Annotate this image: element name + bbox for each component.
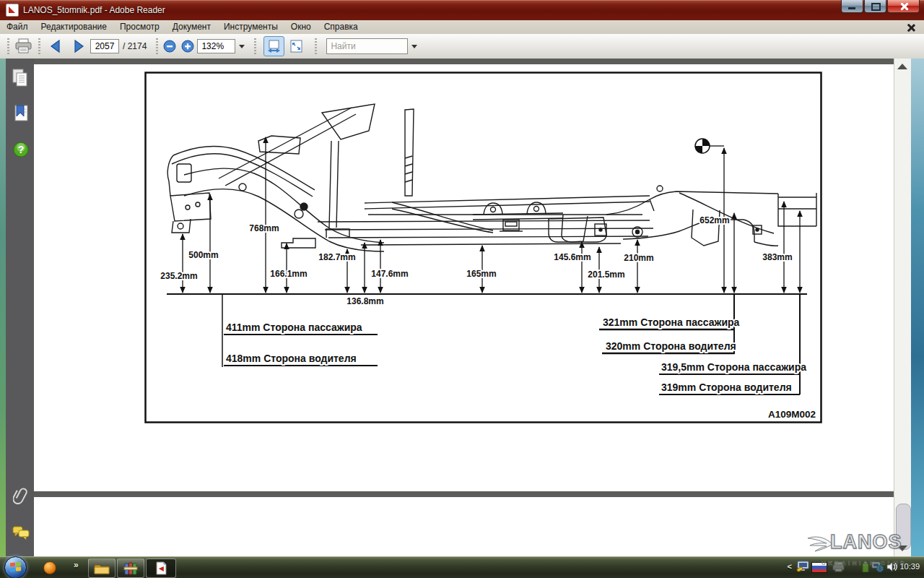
adobe-reader-icon xyxy=(155,561,167,575)
help-panel-icon[interactable]: ? xyxy=(12,141,30,158)
dim-label-145: 145.6mm xyxy=(554,252,590,262)
window-title: LANOS_5tomnik.pdf - Adobe Reader xyxy=(23,5,165,15)
dim-label-235: 235.2mm xyxy=(160,271,197,281)
tray-printer-icon[interactable] xyxy=(832,561,845,572)
note-driver-320: 320mm Сторона водителя xyxy=(606,340,736,352)
zoom-dropdown-icon[interactable] xyxy=(239,45,245,48)
figure-reference-code: A109M002 xyxy=(768,409,816,420)
bookmarks-panel-icon[interactable] xyxy=(12,105,30,122)
close-button[interactable] xyxy=(887,0,920,13)
menu-window[interactable]: Окно xyxy=(284,20,318,34)
pdf-app-icon xyxy=(6,4,19,17)
tray-security-computer-icon[interactable] xyxy=(796,561,810,573)
winrar-books-icon xyxy=(123,562,138,575)
comments-panel-icon[interactable] xyxy=(12,525,30,540)
toolbar-grip xyxy=(38,38,40,54)
tray-expand-chevron[interactable]: < xyxy=(788,562,792,571)
toolbar: / 2174 132% xyxy=(0,34,924,59)
scroll-up-icon[interactable] xyxy=(897,64,907,69)
zoom-out-icon xyxy=(163,40,176,53)
menu-help[interactable]: Справка xyxy=(318,20,365,34)
scroll-down-icon[interactable] xyxy=(897,545,907,551)
windows-flag-icon xyxy=(5,557,26,578)
fit-width-button[interactable] xyxy=(263,36,284,56)
taskbar-winrar-button[interactable] xyxy=(117,558,144,578)
taskbar: » < xyxy=(0,556,924,578)
zoom-in-button[interactable] xyxy=(181,40,194,53)
menu-file[interactable]: Файл xyxy=(0,20,35,34)
dim-label-500: 500mm xyxy=(188,250,218,260)
menu-bar: Файл Редактирование Просмотр Документ Ин… xyxy=(0,20,924,35)
fit-width-icon xyxy=(267,40,281,53)
print-button[interactable] xyxy=(14,38,33,54)
zoom-level-value[interactable]: 132% xyxy=(197,39,235,53)
print-icon xyxy=(14,38,33,54)
dim-label-652: 652mm xyxy=(699,215,729,225)
dim-label-165: 165mm xyxy=(466,269,496,279)
dim-label-136: 136.8mm xyxy=(346,296,383,306)
window-right-border xyxy=(911,59,924,556)
find-input[interactable] xyxy=(326,38,408,54)
fit-page-icon xyxy=(289,40,303,53)
window-left-border xyxy=(0,59,6,556)
toolbar-grip xyxy=(156,38,158,54)
zoom-in-icon xyxy=(181,40,194,53)
previous-page-icon xyxy=(48,39,64,53)
attachments-panel-icon[interactable] xyxy=(13,486,29,505)
folder-icon xyxy=(94,562,110,574)
note-passenger-319-5: 319,5mm Сторона пассажира xyxy=(661,361,806,373)
document-pane[interactable]: 235.2mm 500mm 768mm 166.1mm 182.7mm 147.… xyxy=(34,59,894,556)
taskbar-folder-button[interactable] xyxy=(88,558,116,578)
reference-point-symbol xyxy=(695,139,724,153)
maximize-icon xyxy=(871,3,881,11)
dim-label-383: 383mm xyxy=(762,252,792,262)
page-number-input[interactable] xyxy=(90,39,119,53)
start-button[interactable] xyxy=(4,556,27,578)
menu-tools[interactable]: Инструменты xyxy=(217,20,284,34)
next-page-button[interactable] xyxy=(70,39,86,53)
zoom-out-button[interactable] xyxy=(163,40,176,53)
dim-label-768: 768mm xyxy=(249,223,279,233)
note-passenger-411: 411mm Сторона пассажира xyxy=(226,322,362,333)
chassis-dimension-figure: 235.2mm 500mm 768mm 166.1mm 182.7mm 147.… xyxy=(144,72,823,424)
close-document-icon[interactable] xyxy=(907,23,915,32)
toolbar-grip xyxy=(315,38,317,54)
menu-edit[interactable]: Редактирование xyxy=(35,20,113,34)
maximize-button[interactable] xyxy=(864,0,886,13)
fit-page-button[interactable] xyxy=(287,37,306,56)
pages-panel-icon[interactable] xyxy=(12,69,29,87)
pdf-page-next xyxy=(34,497,894,556)
title-bar: LANOS_5tomnik.pdf - Adobe Reader xyxy=(0,0,924,20)
note-driver-319: 319mm Сторона водителя xyxy=(661,381,792,393)
note-driver-418: 418mm Сторона водителя xyxy=(226,353,357,364)
dim-label-147: 147.6mm xyxy=(371,269,408,279)
vertical-scrollbar[interactable] xyxy=(894,59,912,556)
next-page-icon xyxy=(70,39,86,53)
tray-network-icon[interactable] xyxy=(871,561,884,572)
tray-battery-icon[interactable] xyxy=(862,562,869,572)
dim-label-210: 210mm xyxy=(624,253,653,263)
taskbar-adobe-reader-button[interactable] xyxy=(146,558,176,578)
tray-volume-icon[interactable] xyxy=(886,561,898,572)
minimize-icon xyxy=(848,7,855,9)
scrollbar-thumb[interactable] xyxy=(896,504,911,550)
dim-label-182: 182.7mm xyxy=(318,252,355,262)
page-total-label: / 2174 xyxy=(123,41,147,51)
find-dropdown-icon[interactable] xyxy=(411,45,417,48)
toolbar-grip xyxy=(254,38,256,54)
tray-clock[interactable]: 10:39 xyxy=(899,562,920,571)
dim-label-201: 201.5mm xyxy=(588,269,624,280)
help-icon-glyph: ? xyxy=(18,144,25,155)
previous-page-button[interactable] xyxy=(48,39,64,53)
dim-label-166: 166.1mm xyxy=(270,269,307,279)
toolbar-grip xyxy=(7,38,9,54)
quick-launch-icon[interactable] xyxy=(43,561,56,574)
minimize-button[interactable] xyxy=(841,0,863,13)
desktop: LANOS_5tomnik.pdf - Adobe Reader Файл Ре… xyxy=(0,0,924,578)
menu-document[interactable]: Документ xyxy=(166,20,217,34)
close-icon xyxy=(899,2,907,10)
navigation-panel: ? xyxy=(6,59,34,556)
tray-language-ru-flag-icon[interactable] xyxy=(811,562,827,573)
menu-view[interactable]: Просмотр xyxy=(113,20,166,34)
quick-launch-overflow-chevron[interactable]: » xyxy=(74,560,79,570)
